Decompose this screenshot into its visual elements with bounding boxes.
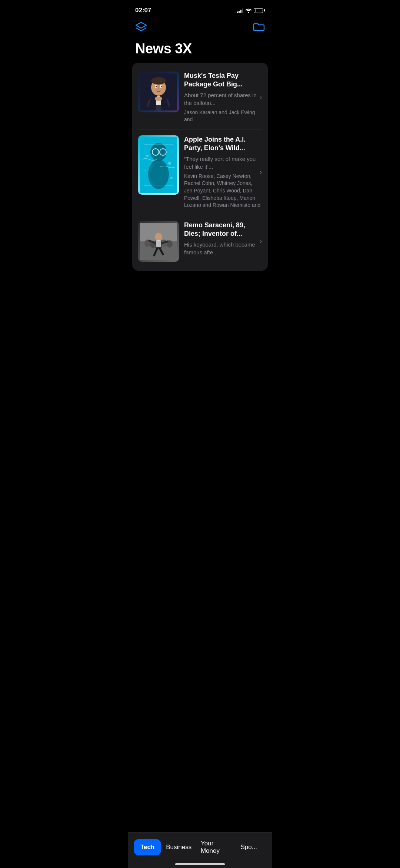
svg-point-11 [155,96,162,101]
svg-point-9 [156,86,157,87]
app-title: News 3X [128,38,272,63]
news-content-3: Remo Saraceni, 89, Dies; Inventor of... … [184,221,262,262]
wifi-icon [246,8,251,13]
news-title-2: Apple Joins the A.I. Party, Elon's Wild.… [184,135,262,153]
status-bar: 02:07 [128,0,272,19]
svg-rect-36 [156,240,161,247]
svg-point-6 [151,77,166,85]
news-thumbnail-3 [138,221,179,262]
svg-point-31 [155,233,162,241]
chevron-right-icon: › [260,238,262,245]
layers-icon[interactable] [135,22,147,33]
battery-icon [254,8,265,13]
status-icons [237,8,265,13]
news-thumbnail-2 [138,135,179,195]
news-title-3: Remo Saraceni, 89, Dies; Inventor of... [184,221,262,238]
app-title-text: News 3X [135,41,265,57]
news-thumbnail-1 [138,72,179,112]
news-authors-1: Jason Karaian and Jack Ewing and [184,109,262,123]
list-item[interactable]: Apple Joins the A.I. Party, Elon's Wild.… [132,129,268,215]
list-item[interactable]: Remo Saraceni, 89, Dies; Inventor of... … [132,215,268,268]
signal-icon [237,8,243,13]
svg-point-19 [148,159,169,189]
news-title-1: Musk's Tesla Pay Package Got Big... [184,72,262,89]
svg-point-10 [161,86,162,87]
svg-point-21 [168,162,171,165]
chevron-right-icon: › [260,94,262,101]
list-item[interactable]: Musk's Tesla Pay Package Got Big... Abou… [132,66,268,129]
news-feed: Musk's Tesla Pay Package Got Big... Abou… [132,63,268,271]
news-authors-2: Kevin Roose, Casey Newton, Rachel Cohn, … [184,173,262,209]
folder-icon[interactable] [253,22,265,33]
svg-point-20 [146,155,149,157]
svg-point-23 [170,177,173,179]
svg-point-22 [145,170,146,171]
news-content-1: Musk's Tesla Pay Package Got Big... Abou… [184,72,262,123]
news-excerpt-2: “They really sort of make you feel like … [184,155,262,171]
status-time: 02:07 [135,7,151,14]
top-nav [128,19,272,38]
chevron-right-icon: › [260,169,262,175]
news-excerpt-3: His keyboard, which became famous afte..… [184,241,262,256]
news-excerpt-1: About 72 percent of shares in the ballot… [184,91,262,107]
news-content-2: Apple Joins the A.I. Party, Elon's Wild.… [184,135,262,209]
